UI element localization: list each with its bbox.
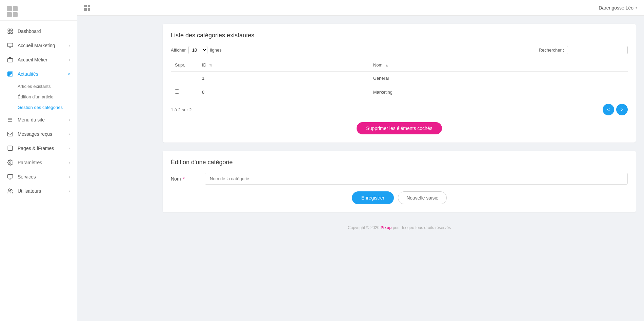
col-supr: Supr. [171,59,198,71]
footer-brand: Pixup [381,225,392,230]
svg-point-9 [9,162,11,164]
chevron-right-icon: › [69,160,70,165]
sidebar-item-services[interactable]: Services › [0,170,77,184]
chevron-right-icon: › [69,175,70,179]
svg-rect-2 [8,32,9,34]
search-input[interactable] [567,46,628,54]
topbar-right[interactable]: Darengosse Léo ▾ [599,5,637,11]
table-controls: Afficher 10 25 50 100 lignes Rechercher … [171,46,628,54]
pages-icon [7,145,14,152]
sidebar-item-actualites[interactable]: Actualités ∨ [0,67,77,81]
sidebar-item-parametres[interactable]: Paramètres › [0,155,77,170]
sidebar-item-label: Actualités [18,71,38,77]
user-name: Darengosse Léo [599,5,633,11]
main-content: Liste des catégories existantes Afficher… [155,16,644,321]
row-nom-8: Marketing [369,85,628,99]
monitor-icon [7,42,14,49]
sidebar-item-label: Services [18,174,36,180]
sidebar-item-accueil-marketing[interactable]: Accueil Marketing › [0,38,77,53]
svg-rect-7 [8,132,13,136]
chevron-right-icon: › [69,118,70,122]
newspaper-icon [7,71,14,77]
edition-section-title: Édition d'une catégorie [171,159,628,166]
row-supr-1 [171,71,198,85]
sidebar-item-menu-du-site[interactable]: Menu du site › [0,113,77,127]
sidebar-item-label: Paramètres [18,160,42,165]
pagination-btns: < > [603,104,628,115]
pagination-info: 1 à 2 sur 2 [171,107,192,112]
sidebar-item-messages-recus[interactable]: Messages reçus › [0,127,77,141]
chevron-right-icon: › [69,132,70,136]
chevron-right-icon: › [69,146,70,150]
sidebar-sub-item-edition-article[interactable]: Édition d'un article [18,92,77,102]
sidebar-sub-item-articles-existants[interactable]: Articles existants [18,81,77,92]
table-controls-left: Afficher 10 25 50 100 lignes [171,46,222,54]
sort-icon-id: ⇅ [209,63,212,67]
row-id-8: 8 [198,85,369,99]
form-btns: Enregistrer Nouvelle saisie [171,191,628,204]
search-label: Rechercher : [539,48,564,53]
form-row-nom: Nom * [171,173,628,185]
table-header-row: Supr. ID ⇅ Nom ▲ [171,59,628,71]
mail-icon [7,131,14,137]
svg-point-11 [8,189,11,191]
edition-section: Édition d'une catégorie Nom * Enregistre… [163,151,636,212]
col-id[interactable]: ID ⇅ [198,59,369,71]
sidebar-item-dashboard[interactable]: Dashboard [0,24,77,38]
svg-rect-0 [8,29,9,31]
user-chevron-icon[interactable]: ▾ [636,6,637,10]
delete-btn-row: Supprimer les éléments cochés [171,122,628,134]
services-icon [7,173,14,180]
dashboard-icon [7,28,14,35]
svg-rect-4 [8,43,13,47]
chevron-right-icon: › [69,58,70,62]
sidebar: Dashboard Accueil Marketing › Accueil Mé… [0,0,77,321]
sidebar-item-accueil-metier[interactable]: Accueil Métier › [0,53,77,67]
users-icon [7,188,14,194]
list-section-title: Liste des catégories existantes [171,32,628,39]
sidebar-nav: Dashboard Accueil Marketing › Accueil Mé… [0,21,77,321]
svg-rect-5 [8,58,13,62]
table-controls-right: Rechercher : [539,46,628,54]
footer: Copyright © 2020 Pixup pour Isogeo tous … [163,221,636,231]
required-star: * [182,176,185,182]
topbar: Darengosse Léo ▾ [77,0,644,16]
sidebar-item-label: Messages reçus [18,131,52,137]
col-nom[interactable]: Nom ▲ [369,59,628,71]
sidebar-item-label: Accueil Marketing [18,43,55,48]
nom-label: Nom * [171,176,198,182]
svg-rect-3 [11,32,13,34]
gear-icon [7,159,14,166]
chevron-down-icon: ∨ [67,72,70,76]
rows-per-page-select[interactable]: 10 25 50 100 [188,46,207,54]
new-entry-button[interactable]: Nouvelle saisie [398,191,447,204]
sidebar-item-label: Pages & iFrames [18,146,54,151]
briefcase-icon [7,56,14,63]
topbar-grid-icon[interactable] [84,5,90,11]
sidebar-sub-item-gestion-categories[interactable]: Gestion des catégories [18,102,77,113]
nom-input[interactable] [205,173,628,185]
sidebar-item-pages-iframes[interactable]: Pages & iFrames › [0,141,77,155]
sidebar-item-label: Menu du site [18,117,45,122]
chevron-right-icon: › [69,43,70,48]
table-row: 8 Marketing [171,85,628,99]
row-supr-8[interactable] [171,85,198,99]
svg-point-12 [11,190,13,191]
footer-suffix: pour Isogeo tous droits réservés [391,225,451,230]
chevron-right-icon: › [69,189,70,193]
svg-rect-10 [8,174,13,178]
menu-icon [7,116,14,123]
row-checkbox-8[interactable] [175,89,179,94]
delete-checked-button[interactable]: Supprimer les éléments cochés [357,122,442,134]
svg-rect-8 [8,146,13,151]
lines-label: lignes [210,48,222,53]
sidebar-item-utilisateurs[interactable]: Utilisateurs › [0,184,77,198]
topbar-left [84,5,90,11]
sidebar-item-label: Dashboard [18,29,41,34]
next-page-button[interactable]: > [616,104,628,115]
save-button[interactable]: Enregistrer [352,191,394,204]
sidebar-item-label: Accueil Métier [18,57,47,62]
svg-rect-1 [11,29,13,31]
list-section: Liste des catégories existantes Afficher… [163,24,636,143]
prev-page-button[interactable]: < [603,104,614,115]
